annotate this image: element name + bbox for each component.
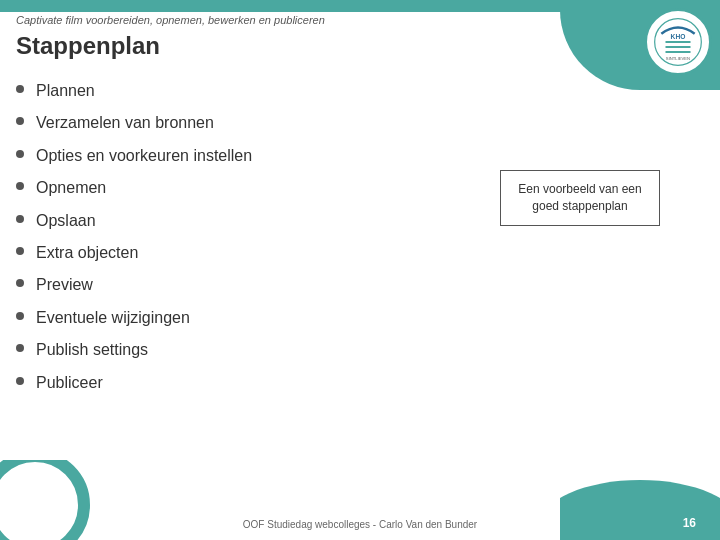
page-number: 16 (683, 516, 696, 530)
logo-svg: KHO SINTLIEVEN (653, 17, 703, 67)
footer: OOF Studiedag webcolleges - Carlo Van de… (0, 519, 720, 530)
bullet-dot (16, 150, 24, 158)
list-item-text: Publiceer (36, 372, 103, 394)
list-item-text: Verzamelen van bronnen (36, 112, 214, 134)
list-item-text: Extra objecten (36, 242, 138, 264)
bullet-dot (16, 215, 24, 223)
bullet-dot (16, 85, 24, 93)
list-item: Extra objecten (16, 242, 436, 264)
logo: KHO SINTLIEVEN (644, 8, 712, 76)
footer-text: OOF Studiedag webcolleges - Carlo Van de… (243, 519, 477, 530)
header-subtitle: Captivate film voorbereiden, opnemen, be… (16, 14, 325, 26)
bullet-dot (16, 279, 24, 287)
list-item-text: Opnemen (36, 177, 106, 199)
list-item: Opnemen (16, 177, 436, 199)
svg-text:SINTLIEVEN: SINTLIEVEN (666, 56, 690, 61)
bullet-dot (16, 312, 24, 320)
bullet-list: PlannenVerzamelen van bronnenOpties en v… (16, 80, 436, 394)
list-item: Publiceer (16, 372, 436, 394)
list-item-text: Opties en voorkeuren instellen (36, 145, 252, 167)
list-item: Preview (16, 274, 436, 296)
list-item-text: Plannen (36, 80, 95, 102)
main-title: Stappenplan (16, 32, 160, 60)
content-area: PlannenVerzamelen van bronnenOpties en v… (16, 80, 436, 404)
list-item-text: Publish settings (36, 339, 148, 361)
bottom-right-arc (560, 480, 720, 540)
list-item-text: Eventuele wijzigingen (36, 307, 190, 329)
slide: KHO SINTLIEVEN Captivate film voorbereid… (0, 0, 720, 540)
example-box-text: Een voorbeeld van een goed stappenplan (518, 182, 641, 213)
list-item: Opties en voorkeuren instellen (16, 145, 436, 167)
list-item-text: Preview (36, 274, 93, 296)
list-item: Verzamelen van bronnen (16, 112, 436, 134)
bullet-dot (16, 182, 24, 190)
list-item-text: Opslaan (36, 210, 96, 232)
bullet-dot (16, 247, 24, 255)
bullet-dot (16, 377, 24, 385)
example-box: Een voorbeeld van een goed stappenplan (500, 170, 660, 226)
bullet-dot (16, 117, 24, 125)
list-item: Plannen (16, 80, 436, 102)
list-item: Eventuele wijzigingen (16, 307, 436, 329)
list-item: Publish settings (16, 339, 436, 361)
list-item: Opslaan (16, 210, 436, 232)
svg-text:KHO: KHO (671, 33, 686, 40)
bullet-dot (16, 344, 24, 352)
bottom-right-decoration (560, 480, 720, 540)
